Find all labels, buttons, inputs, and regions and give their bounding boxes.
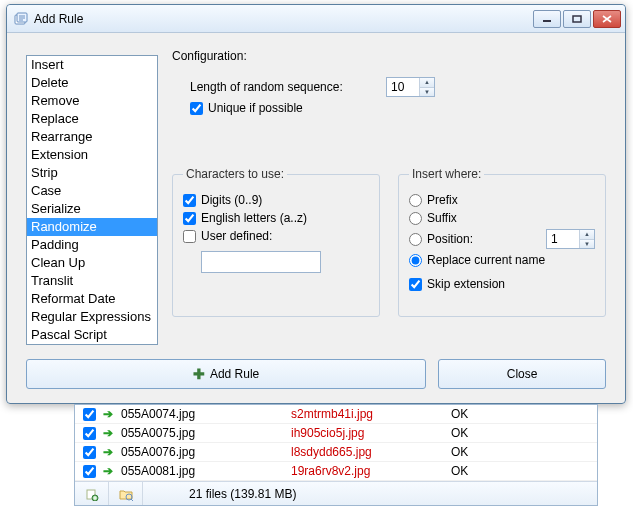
insert-where-group: Insert where: Prefix Suffix Position: — [398, 167, 606, 317]
rule-item-replace[interactable]: Replace — [27, 110, 157, 128]
status-cell: OK — [451, 426, 551, 440]
file-preview-panel: ➔055A0074.jpgs2mtrmb41i.jpgOK➔055A0075.j… — [74, 404, 598, 506]
length-spinner[interactable]: ▲▼ — [386, 77, 435, 97]
new-name: s2mtrmb41i.jpg — [291, 407, 451, 421]
letters-checkbox[interactable]: English letters (a..z) — [183, 211, 307, 225]
add-files-icon[interactable] — [75, 482, 109, 505]
rule-item-strip[interactable]: Strip — [27, 164, 157, 182]
svg-rect-3 — [573, 16, 581, 22]
position-radio[interactable]: Position: — [409, 232, 473, 246]
status-cell: OK — [451, 445, 551, 459]
rule-item-insert[interactable]: Insert — [27, 56, 157, 74]
arrow-icon: ➔ — [103, 426, 121, 440]
original-name: 055A0075.jpg — [121, 426, 291, 440]
status-cell: OK — [451, 464, 551, 478]
browse-folder-icon[interactable] — [109, 482, 143, 505]
arrow-icon: ➔ — [103, 445, 121, 459]
status-cell: OK — [451, 407, 551, 421]
position-input[interactable] — [547, 230, 579, 248]
add-rule-dialog: Add Rule InsertDeleteRemoveReplaceRearra… — [6, 4, 626, 404]
position-spinner[interactable]: ▲▼ — [546, 229, 595, 249]
length-input[interactable] — [387, 78, 419, 96]
arrow-icon: ➔ — [103, 407, 121, 421]
unique-checkbox[interactable]: Unique if possible — [190, 101, 303, 115]
row-checkbox[interactable] — [83, 465, 96, 478]
plus-icon: ✚ — [193, 366, 205, 382]
add-rule-button[interactable]: ✚ Add Rule — [26, 359, 426, 389]
where-legend: Insert where: — [409, 167, 484, 181]
maximize-button[interactable] — [563, 10, 591, 28]
rule-item-regular-expressions[interactable]: Regular Expressions — [27, 308, 157, 326]
rule-item-delete[interactable]: Delete — [27, 74, 157, 92]
rule-item-extension[interactable]: Extension — [27, 146, 157, 164]
rule-item-clean-up[interactable]: Clean Up — [27, 254, 157, 272]
table-row[interactable]: ➔055A0074.jpgs2mtrmb41i.jpgOK — [75, 405, 597, 424]
configuration-title: Configuration: — [172, 49, 606, 63]
arrow-icon: ➔ — [103, 464, 121, 478]
length-down[interactable]: ▼ — [420, 88, 434, 97]
new-name: l8sdydd665.jpg — [291, 445, 451, 459]
row-checkbox[interactable] — [83, 408, 96, 421]
original-name: 055A0076.jpg — [121, 445, 291, 459]
rule-item-user-input[interactable]: User Input — [27, 344, 157, 345]
new-name: 19ra6rv8v2.jpg — [291, 464, 451, 478]
digits-checkbox[interactable]: Digits (0..9) — [183, 193, 262, 207]
app-icon — [13, 11, 29, 27]
rule-item-translit[interactable]: Translit — [27, 272, 157, 290]
new-name: ih905cio5j.jpg — [291, 426, 451, 440]
rule-item-remove[interactable]: Remove — [27, 92, 157, 110]
rule-item-rearrange[interactable]: Rearrange — [27, 128, 157, 146]
original-name: 055A0081.jpg — [121, 464, 291, 478]
original-name: 055A0074.jpg — [121, 407, 291, 421]
length-up[interactable]: ▲ — [420, 78, 434, 88]
replace-radio[interactable]: Replace current name — [409, 253, 545, 267]
rule-item-reformat-date[interactable]: Reformat Date — [27, 290, 157, 308]
userdefined-checkbox[interactable]: User defined: — [183, 229, 272, 243]
position-up[interactable]: ▲ — [580, 230, 594, 240]
table-row[interactable]: ➔055A0076.jpgl8sdydd665.jpgOK — [75, 443, 597, 462]
row-checkbox[interactable] — [83, 427, 96, 440]
window-title: Add Rule — [34, 12, 533, 26]
rule-item-padding[interactable]: Padding — [27, 236, 157, 254]
rule-item-case[interactable]: Case — [27, 182, 157, 200]
rule-item-serialize[interactable]: Serialize — [27, 200, 157, 218]
position-down[interactable]: ▼ — [580, 240, 594, 249]
rule-type-list[interactable]: InsertDeleteRemoveReplaceRearrangeExtens… — [26, 55, 158, 345]
characters-legend: Characters to use: — [183, 167, 287, 181]
table-row[interactable]: ➔055A0075.jpgih905cio5j.jpgOK — [75, 424, 597, 443]
status-bar: 21 files (139.81 MB) — [75, 481, 597, 505]
row-checkbox[interactable] — [83, 446, 96, 459]
rule-item-pascal-script[interactable]: Pascal Script — [27, 326, 157, 344]
length-group: Length of random sequence: ▲▼ Unique if … — [172, 73, 606, 125]
prefix-radio[interactable]: Prefix — [409, 193, 458, 207]
rule-item-randomize[interactable]: Randomize — [27, 218, 157, 236]
suffix-radio[interactable]: Suffix — [409, 211, 457, 225]
titlebar[interactable]: Add Rule — [7, 5, 625, 33]
characters-group: Characters to use: Digits (0..9) English… — [172, 167, 380, 317]
length-label: Length of random sequence: — [190, 80, 380, 94]
status-text: 21 files (139.81 MB) — [143, 487, 296, 501]
minimize-button[interactable] — [533, 10, 561, 28]
userdefined-input[interactable] — [201, 251, 321, 273]
skipext-checkbox[interactable]: Skip extension — [409, 277, 505, 291]
close-button[interactable]: Close — [438, 359, 606, 389]
table-row[interactable]: ➔055A0081.jpg19ra6rv8v2.jpgOK — [75, 462, 597, 481]
close-window-button[interactable] — [593, 10, 621, 28]
